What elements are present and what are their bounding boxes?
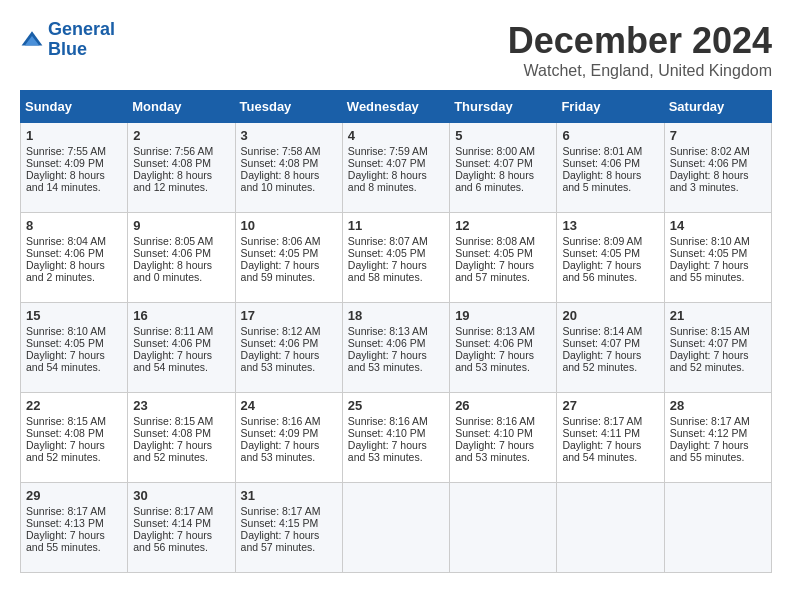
day-number: 1 — [26, 128, 122, 143]
daylight-text: Daylight: 7 hours and 53 minutes. — [348, 349, 427, 373]
day-number: 22 — [26, 398, 122, 413]
calendar-week-row: 22Sunrise: 8:15 AMSunset: 4:08 PMDayligh… — [21, 393, 772, 483]
day-number: 29 — [26, 488, 122, 503]
sunrise-text: Sunrise: 8:01 AM — [562, 145, 642, 157]
day-number: 28 — [670, 398, 766, 413]
calendar-cell: 31Sunrise: 8:17 AMSunset: 4:15 PMDayligh… — [235, 483, 342, 573]
daylight-text: Daylight: 7 hours and 56 minutes. — [133, 529, 212, 553]
calendar-cell: 13Sunrise: 8:09 AMSunset: 4:05 PMDayligh… — [557, 213, 664, 303]
month-title: December 2024 — [508, 20, 772, 62]
sunrise-text: Sunrise: 8:02 AM — [670, 145, 750, 157]
day-number: 31 — [241, 488, 337, 503]
sunrise-text: Sunrise: 8:07 AM — [348, 235, 428, 247]
daylight-text: Daylight: 7 hours and 55 minutes. — [26, 529, 105, 553]
calendar-cell: 8Sunrise: 8:04 AMSunset: 4:06 PMDaylight… — [21, 213, 128, 303]
sunset-text: Sunset: 4:10 PM — [455, 427, 533, 439]
sunrise-text: Sunrise: 8:00 AM — [455, 145, 535, 157]
sunset-text: Sunset: 4:05 PM — [562, 247, 640, 259]
sunrise-text: Sunrise: 8:05 AM — [133, 235, 213, 247]
calendar-cell: 5Sunrise: 8:00 AMSunset: 4:07 PMDaylight… — [450, 123, 557, 213]
sunrise-text: Sunrise: 7:56 AM — [133, 145, 213, 157]
calendar-cell: 30Sunrise: 8:17 AMSunset: 4:14 PMDayligh… — [128, 483, 235, 573]
sunrise-text: Sunrise: 8:10 AM — [670, 235, 750, 247]
day-number: 19 — [455, 308, 551, 323]
sunset-text: Sunset: 4:06 PM — [241, 337, 319, 349]
calendar-cell: 14Sunrise: 8:10 AMSunset: 4:05 PMDayligh… — [664, 213, 771, 303]
logo-text: General Blue — [48, 20, 115, 60]
calendar-week-row: 15Sunrise: 8:10 AMSunset: 4:05 PMDayligh… — [21, 303, 772, 393]
sunrise-text: Sunrise: 8:06 AM — [241, 235, 321, 247]
calendar-cell: 21Sunrise: 8:15 AMSunset: 4:07 PMDayligh… — [664, 303, 771, 393]
day-number: 13 — [562, 218, 658, 233]
calendar-week-row: 29Sunrise: 8:17 AMSunset: 4:13 PMDayligh… — [21, 483, 772, 573]
sunset-text: Sunset: 4:06 PM — [562, 157, 640, 169]
daylight-text: Daylight: 7 hours and 56 minutes. — [562, 259, 641, 283]
sunset-text: Sunset: 4:08 PM — [133, 427, 211, 439]
sunrise-text: Sunrise: 8:16 AM — [241, 415, 321, 427]
calendar-cell: 19Sunrise: 8:13 AMSunset: 4:06 PMDayligh… — [450, 303, 557, 393]
calendar-cell: 24Sunrise: 8:16 AMSunset: 4:09 PMDayligh… — [235, 393, 342, 483]
sunrise-text: Sunrise: 8:15 AM — [26, 415, 106, 427]
day-number: 27 — [562, 398, 658, 413]
header-thursday: Thursday — [450, 91, 557, 123]
sunset-text: Sunset: 4:07 PM — [562, 337, 640, 349]
calendar-cell: 6Sunrise: 8:01 AMSunset: 4:06 PMDaylight… — [557, 123, 664, 213]
daylight-text: Daylight: 8 hours and 12 minutes. — [133, 169, 212, 193]
calendar-cell: 23Sunrise: 8:15 AMSunset: 4:08 PMDayligh… — [128, 393, 235, 483]
calendar-cell: 27Sunrise: 8:17 AMSunset: 4:11 PMDayligh… — [557, 393, 664, 483]
sunset-text: Sunset: 4:06 PM — [455, 337, 533, 349]
daylight-text: Daylight: 7 hours and 54 minutes. — [26, 349, 105, 373]
sunset-text: Sunset: 4:11 PM — [562, 427, 640, 439]
calendar-week-row: 8Sunrise: 8:04 AMSunset: 4:06 PMDaylight… — [21, 213, 772, 303]
day-number: 17 — [241, 308, 337, 323]
sunset-text: Sunset: 4:08 PM — [241, 157, 319, 169]
sunrise-text: Sunrise: 8:04 AM — [26, 235, 106, 247]
sunrise-text: Sunrise: 8:10 AM — [26, 325, 106, 337]
logo-line1: General — [48, 19, 115, 39]
header-saturday: Saturday — [664, 91, 771, 123]
daylight-text: Daylight: 8 hours and 0 minutes. — [133, 259, 212, 283]
sunrise-text: Sunrise: 8:12 AM — [241, 325, 321, 337]
day-number: 3 — [241, 128, 337, 143]
calendar-cell: 18Sunrise: 8:13 AMSunset: 4:06 PMDayligh… — [342, 303, 449, 393]
sunset-text: Sunset: 4:15 PM — [241, 517, 319, 529]
calendar-cell: 16Sunrise: 8:11 AMSunset: 4:06 PMDayligh… — [128, 303, 235, 393]
daylight-text: Daylight: 7 hours and 53 minutes. — [455, 439, 534, 463]
calendar-cell: 1Sunrise: 7:55 AMSunset: 4:09 PMDaylight… — [21, 123, 128, 213]
sunset-text: Sunset: 4:13 PM — [26, 517, 104, 529]
sunset-text: Sunset: 4:05 PM — [241, 247, 319, 259]
logo-icon — [20, 28, 44, 52]
day-number: 20 — [562, 308, 658, 323]
day-number: 26 — [455, 398, 551, 413]
calendar-cell: 4Sunrise: 7:59 AMSunset: 4:07 PMDaylight… — [342, 123, 449, 213]
day-number: 5 — [455, 128, 551, 143]
day-number: 23 — [133, 398, 229, 413]
day-number: 21 — [670, 308, 766, 323]
sunset-text: Sunset: 4:07 PM — [348, 157, 426, 169]
day-number: 6 — [562, 128, 658, 143]
header-wednesday: Wednesday — [342, 91, 449, 123]
sunset-text: Sunset: 4:06 PM — [348, 337, 426, 349]
calendar-cell: 2Sunrise: 7:56 AMSunset: 4:08 PMDaylight… — [128, 123, 235, 213]
header-sunday: Sunday — [21, 91, 128, 123]
calendar-cell: 20Sunrise: 8:14 AMSunset: 4:07 PMDayligh… — [557, 303, 664, 393]
calendar-header-row: SundayMondayTuesdayWednesdayThursdayFrid… — [21, 91, 772, 123]
sunset-text: Sunset: 4:05 PM — [348, 247, 426, 259]
daylight-text: Daylight: 8 hours and 6 minutes. — [455, 169, 534, 193]
daylight-text: Daylight: 8 hours and 8 minutes. — [348, 169, 427, 193]
daylight-text: Daylight: 7 hours and 57 minutes. — [455, 259, 534, 283]
day-number: 11 — [348, 218, 444, 233]
daylight-text: Daylight: 7 hours and 52 minutes. — [562, 349, 641, 373]
sunset-text: Sunset: 4:05 PM — [26, 337, 104, 349]
daylight-text: Daylight: 8 hours and 10 minutes. — [241, 169, 320, 193]
calendar-cell: 17Sunrise: 8:12 AMSunset: 4:06 PMDayligh… — [235, 303, 342, 393]
logo: General Blue — [20, 20, 115, 60]
sunrise-text: Sunrise: 8:17 AM — [26, 505, 106, 517]
day-number: 12 — [455, 218, 551, 233]
sunrise-text: Sunrise: 7:55 AM — [26, 145, 106, 157]
day-number: 4 — [348, 128, 444, 143]
logo-line2: Blue — [48, 39, 87, 59]
calendar-table: SundayMondayTuesdayWednesdayThursdayFrid… — [20, 90, 772, 573]
sunrise-text: Sunrise: 8:17 AM — [241, 505, 321, 517]
sunrise-text: Sunrise: 8:17 AM — [133, 505, 213, 517]
